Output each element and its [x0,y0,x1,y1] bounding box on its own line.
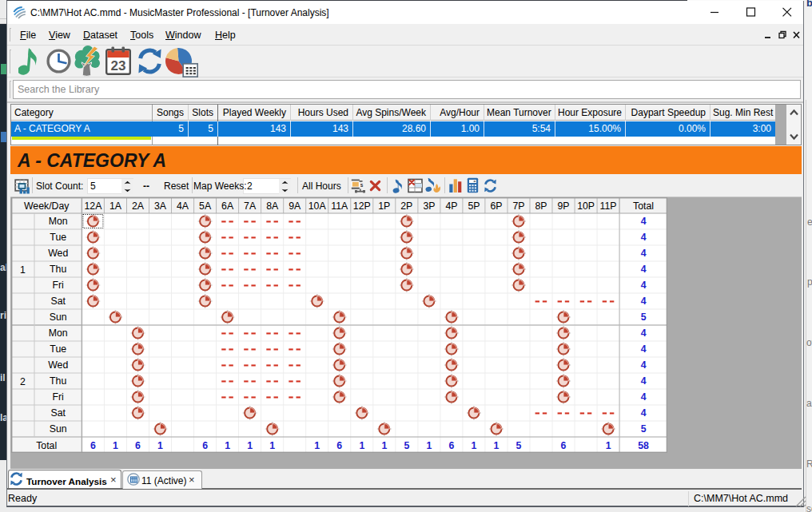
svg-text:6: 6 [90,440,96,451]
svg-text:4: 4 [641,296,647,307]
svg-text:1: 1 [426,440,432,451]
svg-text:s: s [360,182,364,188]
svg-text:1: 1 [20,264,26,276]
svg-text:5A: 5A [199,200,212,212]
svg-text:4: 4 [641,264,647,275]
svg-text:4: 4 [641,327,647,339]
svg-text:1A: 1A [109,200,122,212]
svg-text:5: 5 [404,440,409,451]
svg-text:9A: 9A [289,200,301,212]
svg-text:Mon: Mon [49,327,68,339]
svg-text:6: 6 [561,440,567,451]
svg-text:1: 1 [494,440,500,451]
svg-text:23: 23 [111,58,126,73]
svg-text:1: 1 [381,440,387,451]
svg-text:Total: Total [633,200,654,212]
svg-text:9P: 9P [557,200,569,212]
svg-text:6: 6 [336,440,342,451]
svg-text:5: 5 [516,440,522,451]
svg-text:1: 1 [359,440,364,451]
svg-text:4A: 4A [177,200,189,212]
svg-text:10P: 10P [577,200,595,212]
svg-text:1: 1 [225,440,230,451]
svg-text:4: 4 [641,407,647,419]
svg-text:3P: 3P [423,200,435,212]
svg-text:Sun: Sun [50,423,67,435]
svg-text:Week/Day: Week/Day [24,200,70,212]
svg-text:1: 1 [113,440,118,451]
svg-text:1: 1 [471,440,476,451]
svg-text:Sat: Sat [50,407,66,419]
svg-text:6: 6 [202,440,208,451]
svg-text:12A: 12A [84,200,102,212]
svg-text:2P: 2P [400,200,412,212]
svg-text:Mon: Mon [49,216,68,227]
svg-text:Tue: Tue [50,232,66,243]
svg-text:4: 4 [641,216,647,227]
svg-text:Thu: Thu [50,375,66,387]
svg-text:7A: 7A [244,200,257,212]
svg-text:5: 5 [641,423,647,435]
svg-text:Fri: Fri [53,391,64,403]
svg-text:Wed: Wed [48,248,68,259]
svg-text:4: 4 [641,232,647,243]
svg-text:8A: 8A [266,200,279,212]
svg-text:2A: 2A [132,200,145,212]
svg-text:4: 4 [641,375,647,387]
svg-text:5P: 5P [468,200,480,212]
svg-text:Total: Total [36,440,57,451]
svg-text:4: 4 [641,343,647,355]
svg-text:1: 1 [157,440,163,451]
svg-text:4P: 4P [445,200,457,212]
svg-text:4: 4 [641,248,647,259]
svg-text:1P: 1P [378,200,390,212]
svg-text:3A: 3A [154,200,167,212]
svg-text:6P: 6P [490,200,502,212]
svg-text:6: 6 [448,440,454,451]
svg-text:Thu: Thu [50,264,66,275]
svg-text:1: 1 [606,440,611,451]
svg-text:4: 4 [641,280,647,291]
svg-text:6: 6 [135,440,141,451]
svg-text:4: 4 [641,359,647,371]
svg-text:12P: 12P [353,200,371,212]
svg-text:Wed: Wed [48,359,68,371]
svg-text:11A: 11A [331,200,348,212]
svg-text:6A: 6A [221,200,234,212]
svg-text:Sun: Sun [50,312,67,323]
svg-text:5: 5 [641,312,647,323]
svg-text:2: 2 [20,376,26,387]
svg-text:Fri: Fri [53,280,64,291]
svg-text:1: 1 [247,440,253,451]
svg-text:11P: 11P [600,200,617,212]
svg-text:Sat: Sat [50,296,66,307]
svg-text:8P: 8P [535,200,547,212]
svg-text:7P: 7P [512,200,524,212]
svg-text:1: 1 [269,440,275,451]
svg-text:10A: 10A [308,200,327,212]
svg-text:1: 1 [314,440,320,451]
svg-text:4: 4 [641,391,647,403]
svg-text:58: 58 [638,440,649,451]
svg-text:Tue: Tue [50,343,66,355]
